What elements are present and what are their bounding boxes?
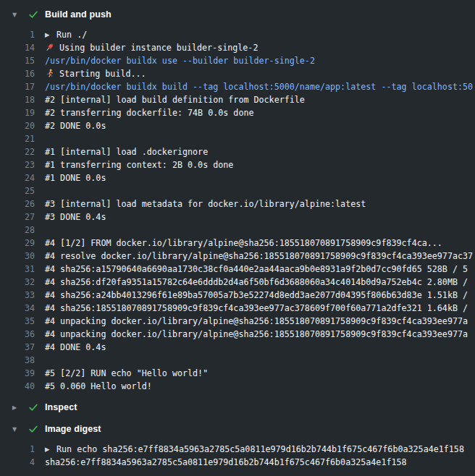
line-number[interactable]: 16: [0, 67, 35, 80]
log-text: ▶Run ./: [45, 28, 87, 41]
line-number[interactable]: 26: [0, 197, 35, 211]
log-list-image-digest: 1▶Run echo sha256:e7ff8834a5963a2785c5a0…: [0, 443, 475, 469]
line-number[interactable]: 25: [0, 184, 35, 197]
expand-arrow-icon[interactable]: ▶: [45, 28, 56, 41]
check-icon: [28, 9, 38, 20]
log-line: 39#5 [2/2] RUN echo "Hello world!": [0, 367, 475, 380]
log-text: #4 sha256:df20fa9351a15782c64e6dddb2d4a6…: [45, 276, 468, 289]
log-line: 20#2 DONE 0.0s: [0, 119, 475, 132]
section-header-inspect[interactable]: ▶Inspect: [0, 399, 475, 416]
chevron-down-icon[interactable]: ▼: [12, 426, 21, 433]
line-number[interactable]: 40: [0, 380, 35, 393]
line-number[interactable]: 22: [0, 145, 35, 158]
check-icon: [28, 424, 38, 434]
log-line: 37#4 DONE 0.4s: [0, 341, 475, 354]
line-number[interactable]: 31: [0, 263, 35, 276]
chevron-down-icon[interactable]: ▼: [12, 12, 21, 18]
log-line: 4sha256:e7ff8834a5963a2785c5a0811e979d16…: [0, 456, 475, 469]
log-text: ▶Run echo sha256:e7ff8834a5963a2785c5a08…: [45, 443, 464, 456]
log-line: 1▶Run echo sha256:e7ff8834a5963a2785c5a0…: [0, 443, 475, 456]
line-number[interactable]: 32: [0, 276, 35, 289]
log-line: 22#1 [internal] load .dockerignore: [0, 145, 475, 158]
log-text: #3 DONE 0.4s: [45, 211, 106, 224]
log-text: #4 [1/2] FROM docker.io/library/alpine@s…: [45, 237, 442, 250]
section-header-build-and-push[interactable]: ▼Build and push: [0, 6, 475, 23]
log-line: 14Using builder instance builder-single-…: [0, 41, 475, 54]
line-number[interactable]: 18: [0, 93, 35, 106]
line-number[interactable]: 15: [0, 54, 35, 67]
line-number[interactable]: 27: [0, 211, 35, 224]
log-line: 23#1 transferring context: 2B 0.0s done: [0, 158, 475, 171]
line-number[interactable]: 39: [0, 367, 35, 380]
chevron-right-icon[interactable]: ▶: [12, 404, 21, 411]
section-title: Image digest: [45, 424, 101, 434]
log-line: 24#1 DONE 0.0s: [0, 171, 475, 184]
line-number[interactable]: 29: [0, 237, 35, 250]
section-title: Inspect: [45, 402, 77, 412]
log-line: 35#4 unpacking docker.io/library/alpine@…: [0, 315, 475, 328]
log-text: #4 unpacking docker.io/library/alpine@sh…: [45, 315, 468, 328]
log-line: 27#3 DONE 0.4s: [0, 211, 475, 224]
log-line: 38: [0, 354, 475, 367]
log-text: sha256:e7ff8834a5963a2785c5a0811e979d16b…: [45, 456, 407, 469]
line-number[interactable]: 19: [0, 106, 35, 119]
log-line: 1▶Run ./: [0, 28, 475, 41]
pushpin-icon: [45, 43, 54, 52]
log-line: 15/usr/bin/docker buildx use --builder b…: [0, 54, 475, 67]
line-number[interactable]: 38: [0, 354, 35, 367]
runner-icon: [45, 69, 54, 78]
line-number[interactable]: 14: [0, 41, 35, 54]
log-line: 26#3 [internal] load metadata for docker…: [0, 197, 475, 211]
log-line: 36#4 unpacking docker.io/library/alpine@…: [0, 328, 475, 341]
line-number[interactable]: 33: [0, 289, 35, 302]
log-line: 17/usr/bin/docker buildx build --tag loc…: [0, 80, 475, 93]
log-line: 18#2 [internal] load build definition fr…: [0, 93, 475, 106]
actions-log-viewer: ▼Build and push1▶Run ./14Using builder i…: [0, 0, 475, 476]
log-line: 29#4 [1/2] FROM docker.io/library/alpine…: [0, 237, 475, 250]
log-line: 30#4 resolve docker.io/library/alpine@sh…: [0, 250, 475, 263]
line-number[interactable]: 36: [0, 328, 35, 341]
log-text: #2 DONE 0.0s: [45, 119, 106, 132]
log-text: #4 DONE 0.4s: [45, 341, 106, 354]
log-text: #4 sha256:a15790640a6690aa1730c38cf0a440…: [45, 263, 468, 276]
log-line: 16Starting build...: [0, 67, 475, 80]
log-line: 19#2 transferring dockerfile: 74B 0.0s d…: [0, 106, 475, 119]
log-text: /usr/bin/docker buildx use --builder bui…: [45, 54, 315, 67]
line-number[interactable]: 24: [0, 171, 35, 184]
line-number[interactable]: 34: [0, 302, 35, 315]
line-number[interactable]: 20: [0, 119, 35, 132]
log-text: #4 sha256:185518070891758909c9f839cf4ca3…: [45, 302, 468, 315]
log-text: #1 transferring context: 2B 0.0s done: [45, 158, 233, 171]
log-line: 34#4 sha256:185518070891758909c9f839cf4c…: [0, 302, 475, 315]
line-number[interactable]: 28: [0, 224, 35, 237]
log-text: #1 DONE 0.0s: [45, 171, 106, 184]
log-list-build-and-push: 1▶Run ./14Using builder instance builder…: [0, 28, 475, 393]
log-line: 33#4 sha256:a24bb4013296f61e89ba57005a7b…: [0, 289, 475, 302]
log-text: #2 [internal] load build definition from…: [45, 93, 305, 106]
line-number[interactable]: 4: [0, 456, 35, 469]
log-line: 21: [0, 132, 475, 145]
log-text: Starting build...: [45, 67, 146, 80]
log-text: #4 sha256:a24bb4013296f61e89ba57005a7b3e…: [45, 289, 468, 302]
section-title: Build and push: [45, 9, 112, 20]
log-text: #3 [internal] load metadata for docker.i…: [45, 197, 366, 211]
log-line: 25: [0, 184, 475, 197]
log-text: #4 unpacking docker.io/library/alpine@sh…: [45, 328, 468, 341]
line-number[interactable]: 21: [0, 132, 35, 145]
check-icon: [28, 402, 38, 412]
expand-arrow-icon[interactable]: ▶: [45, 443, 56, 456]
section-header-image-digest[interactable]: ▼Image digest: [0, 420, 475, 438]
log-line: 40#5 0.060 Hello world!: [0, 380, 475, 393]
line-number[interactable]: 1: [0, 443, 35, 456]
log-line: 31#4 sha256:a15790640a6690aa1730c38cf0a4…: [0, 263, 475, 276]
log-text: #1 [internal] load .dockerignore: [45, 145, 208, 158]
line-number[interactable]: 37: [0, 341, 35, 354]
log-text: #5 [2/2] RUN echo "Hello world!": [45, 367, 208, 380]
line-number[interactable]: 23: [0, 158, 35, 171]
line-number[interactable]: 17: [0, 80, 35, 93]
log-text: #2 transferring dockerfile: 74B 0.0s don…: [45, 106, 254, 119]
log-text: Using builder instance builder-single-2: [45, 41, 258, 54]
line-number[interactable]: 35: [0, 315, 35, 328]
line-number[interactable]: 30: [0, 250, 35, 263]
line-number[interactable]: 1: [0, 28, 35, 41]
